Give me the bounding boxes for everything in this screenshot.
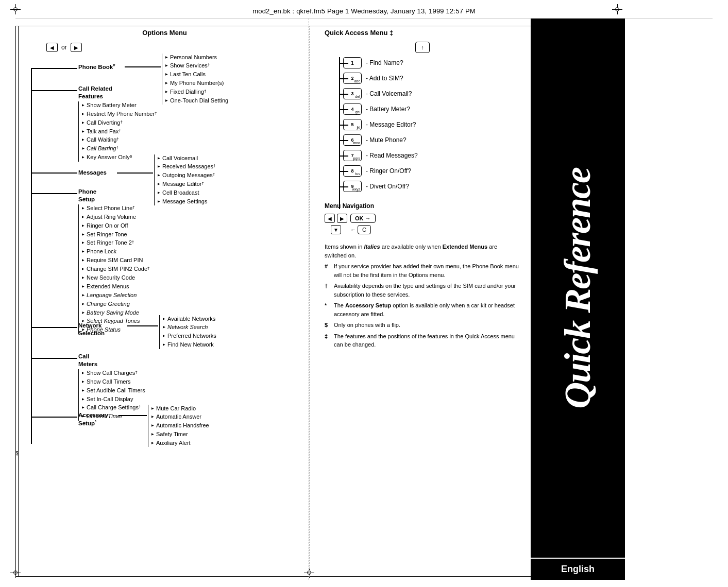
note-text-ddagger: The features and the positions of the fe…: [334, 332, 520, 349]
as-group: AccessorySetup* Mute Car Radio Automatic…: [78, 411, 108, 427]
list-item: Find New Network: [163, 341, 216, 349]
qa-label-5: - Message Editor?: [366, 121, 416, 128]
qa-item-1: 1 - Find Name?: [330, 57, 520, 68]
list-item: Outgoing Messages†: [158, 171, 216, 179]
nav-right-arrow[interactable]: ▶: [71, 43, 82, 52]
ns-h-line: [31, 327, 77, 328]
menu-nav-title: Menu Navigation: [325, 202, 520, 210]
list-item: One-Touch Dial Setting: [165, 97, 228, 105]
note-dagger: † Availability depends on the type and s…: [325, 282, 520, 299]
qa-item-2: 2abc - Add to SIM?: [330, 73, 520, 84]
phonebook-group: Phone Book# Personal Numbers Show Servic…: [78, 63, 115, 71]
nav-down-btn[interactable]: ▼: [331, 225, 341, 234]
list-item: Set Ringer Tone: [82, 231, 149, 238]
note-symbol-dollar: $: [325, 321, 332, 330]
qa-label-9: - Divert On/Off?: [366, 183, 409, 190]
msg-h-line: [31, 172, 77, 174]
list-item: Call Charge Settings†: [82, 404, 145, 411]
qa-label-6: - Mute Phone?: [366, 136, 407, 144]
key-btn-1[interactable]: 1: [343, 57, 362, 68]
phonebook-h-line: [31, 68, 77, 69]
note-text-italic: Items shown in Italics are available onl…: [325, 243, 520, 260]
key-btn-2[interactable]: 2abc: [343, 73, 362, 84]
quick-access-panel: Quick Access Menu ‡ ↑ 1 - Find Name? 2ab…: [309, 19, 531, 580]
crf-subitems: Show Battery Meter Restrict My Phone Num…: [78, 101, 157, 162]
list-item: Call Waiting†: [82, 136, 157, 144]
list-item: Set Audible Call Timers: [82, 387, 145, 394]
nav-right-btn[interactable]: ▶: [337, 214, 347, 223]
msg-second-level: Call Voicemail Received Messages† Outgoi…: [154, 153, 216, 206]
list-item: Change Greeting: [82, 300, 149, 308]
list-item: Battery Saving Mode: [82, 309, 149, 317]
ns-h2: [127, 325, 158, 326]
phonebook-h2: [125, 66, 161, 67]
key-btn-3[interactable]: 3def: [343, 88, 362, 99]
qa-label-8: - Ringer On/Off?: [366, 167, 411, 175]
ps-h-line: [31, 193, 77, 194]
list-item: Mute Car Radio: [151, 405, 209, 412]
english-label: English: [531, 558, 625, 580]
options-menu-panel: Options Menu ◀ or ▶ Phone Book# Personal…: [0, 19, 309, 580]
list-item: Extended Menus: [82, 283, 149, 290]
ns-second-level: Available Networks Network Search Prefer…: [159, 314, 216, 350]
qa-item-7: 7pqrs - Read Messages?: [330, 150, 520, 161]
qa-label-1: - Find Name?: [366, 59, 403, 66]
crosshair-tl: [10, 4, 21, 14]
note-symbol-hash: #: [325, 262, 332, 271]
crf-group: Call RelatedFeatures Show Battery Meter …: [78, 85, 157, 162]
up-arrow-btn[interactable]: ↑: [415, 42, 430, 53]
up-arrow-container: ↑: [325, 42, 520, 53]
list-item: Received Messages†: [158, 163, 216, 170]
ps-label: PhoneSetup: [78, 188, 149, 203]
msg-label: Messages: [78, 169, 107, 177]
key-btn-7[interactable]: 7pqrs: [343, 150, 362, 161]
nav-left-arrow[interactable]: ◀: [46, 43, 58, 52]
phonebook-second-level: Personal Numbers Show Services† Last Ten…: [162, 53, 228, 106]
qa-label-7: - Read Messages?: [366, 152, 418, 159]
key-btn-6[interactable]: 6mno: [343, 134, 362, 146]
list-item: Message Editor†: [158, 180, 216, 188]
msg-group: Messages Call Voicemail Received Message…: [78, 169, 107, 177]
note-text-dagger: Availability depends on the type and set…: [334, 282, 520, 299]
list-item: Call Voicemail: [158, 154, 216, 162]
note-symbol-star: *: [325, 301, 332, 310]
list-item: Preferred Networks: [163, 332, 216, 340]
vertical-text-container: Quick Reference: [531, 19, 625, 558]
as-h-line: [31, 417, 77, 418]
list-item: Call Barring†: [82, 145, 157, 152]
qa-item-8: 8tuv - Ringer On/Off?: [330, 165, 520, 177]
as-second-level: Mute Car Radio Automatic Answer Automati…: [148, 404, 209, 448]
page-header: mod2_en.bk : qkref.fm5 Page 1 Wednesday,…: [15, 0, 713, 19]
ps-group: PhoneSetup Select Phone Line† Adjust Rin…: [78, 188, 149, 335]
menu-nav-section: Menu Navigation ◀ ▶ ▼ OK → ← C: [325, 202, 520, 234]
qa-label-4: - Battery Meter?: [366, 106, 410, 113]
list-item: Key Answer Only$: [82, 153, 157, 161]
list-item: New Security Code: [82, 274, 149, 282]
qa-item-6: 6mno - Mute Phone?: [330, 134, 520, 146]
nav-left-btn[interactable]: ◀: [325, 214, 335, 223]
note-text-hash: If your service provider has added their…: [334, 262, 520, 279]
list-item: Message Settings: [158, 198, 216, 205]
dollar-note-indicator: $: [15, 450, 19, 457]
note-text-dollar: Only on phones with a flip.: [334, 321, 400, 330]
note-hash: # If your service provider has added the…: [325, 262, 520, 279]
main-spine: [31, 68, 32, 444]
cm-h-line: [31, 358, 77, 359]
crf-label: Call RelatedFeatures: [78, 85, 157, 100]
list-item: Require SIM Card PIN: [82, 256, 149, 264]
key-btn-8[interactable]: 8tuv: [343, 165, 362, 177]
qa-item-4: 4ghi - Battery Meter?: [330, 103, 520, 115]
list-item: Language Selection: [82, 291, 149, 299]
note-text-star: The Accessory Setup option is available …: [334, 301, 520, 318]
key-btn-9[interactable]: 9wxyz: [343, 181, 362, 192]
nav-keys: ◀ ▶ ▼ OK → ← C: [325, 214, 520, 234]
key-btn-5[interactable]: 5jkl: [343, 119, 362, 130]
key-btn-4[interactable]: 4ghi: [343, 103, 362, 115]
note-symbol-dagger: †: [325, 282, 332, 290]
as-h2: [118, 415, 147, 416]
c-button[interactable]: C: [358, 225, 371, 234]
nav-arrows-row: ◀ or ▶: [46, 43, 298, 52]
list-item: Set Ringer Tone 2†: [82, 239, 149, 247]
ok-button[interactable]: OK →: [350, 214, 376, 223]
note-star: * The Accessory Setup option is availabl…: [325, 301, 520, 318]
